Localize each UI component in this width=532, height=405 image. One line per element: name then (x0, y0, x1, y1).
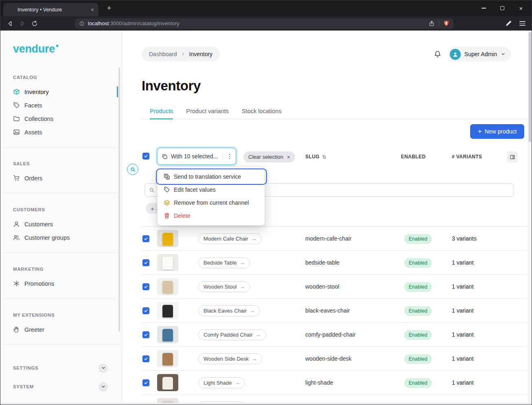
product-name-link[interactable]: Comfy Padded Chair→ (198, 329, 266, 340)
reload-icon (31, 20, 38, 27)
product-name-link[interactable]: Bedside Table→ (198, 257, 250, 268)
product-slug: light-shade (305, 379, 333, 386)
window-close-button[interactable]: × (512, 0, 530, 16)
sidebar-item-label: Customer groups (24, 234, 70, 241)
product-name: Wooden Stool (204, 284, 236, 290)
tab-stock-locations[interactable]: Stock locations (242, 103, 282, 119)
close-icon[interactable]: × (287, 154, 290, 160)
logo-text: vendure (13, 43, 55, 55)
notifications-bell-icon[interactable] (434, 50, 441, 58)
pencil-icon[interactable] (505, 20, 512, 27)
table-row: Comfy Padded Chair→ comfy-padded-chair E… (142, 323, 527, 347)
product-name-link[interactable]: Wooden Stool→ (198, 281, 250, 292)
product-image (157, 278, 178, 295)
browser-tab[interactable]: Inventory • Vendure × (3, 3, 99, 16)
browser-menu-icon[interactable] (519, 21, 525, 26)
window-minimize-button[interactable] (474, 0, 493, 16)
sparkle-icon (13, 280, 20, 287)
row-checkbox[interactable] (142, 355, 149, 362)
maximize-icon (500, 6, 504, 10)
nav-section-catalog: CATALOG Inventory Facets Collections (0, 75, 122, 147)
status-badge: Enabled (404, 378, 432, 388)
forward-icon (19, 20, 26, 27)
product-image-shape (162, 281, 173, 293)
column-header-slug[interactable]: SLUG (305, 154, 327, 160)
sidebar-item-orders[interactable]: Orders (0, 171, 122, 185)
row-checkbox[interactable] (142, 259, 149, 266)
row-checkbox[interactable] (142, 331, 149, 338)
sidebar-item-inventory[interactable]: Inventory (0, 85, 122, 99)
kebab-menu-icon[interactable]: ⋮ (226, 153, 233, 160)
sidebar-item-label: Inventory (24, 89, 49, 95)
menu-item-remove-from-channel[interactable]: Remove from current channel (160, 197, 262, 209)
plus-icon: + (151, 205, 154, 212)
tab-products[interactable]: Products (150, 103, 173, 119)
menu-item-send-to-translation[interactable]: Send to translation service (160, 171, 262, 183)
users-icon (13, 234, 20, 241)
menu-item-label: Edit facet values (174, 186, 216, 193)
tab-close-icon[interactable]: × (90, 7, 95, 13)
product-name-link[interactable]: Wooden Side Desk→ (198, 353, 262, 364)
sidebar-item-greeter[interactable]: Greeter (0, 323, 122, 336)
product-image-shape (162, 329, 173, 342)
status-badge: Enabled (404, 258, 432, 268)
browser-reload-button[interactable] (28, 18, 41, 29)
tab-title: Inventory • Vendure (18, 7, 86, 13)
browser-toolbar: localhost:3000/admin/catalog/inventory (0, 16, 532, 31)
sidebar-section-settings[interactable]: SETTINGS (0, 359, 122, 377)
share-icon[interactable] (429, 20, 435, 26)
sidebar-scrollbar[interactable] (118, 67, 120, 332)
column-settings-button[interactable] (507, 151, 518, 162)
window-maximize-button[interactable] (493, 0, 512, 16)
site-info-icon[interactable] (79, 21, 85, 26)
select-all-checkbox[interactable] (142, 153, 149, 160)
user-icon (13, 221, 20, 228)
chevron-down-icon[interactable] (99, 363, 108, 373)
menu-item-edit-facet-values[interactable]: Edit facet values (160, 184, 262, 196)
new-tab-button[interactable]: + (104, 3, 114, 13)
chevron-down-icon[interactable] (99, 382, 108, 392)
sort-icon[interactable] (322, 154, 327, 160)
table-row: Wooden Side Desk→ wooden-side-desk Enabl… (142, 347, 527, 371)
product-name-link[interactable]: Modern Cafe Chair→ (198, 233, 262, 244)
product-name-link[interactable]: Light Shade→ (198, 377, 245, 388)
clear-selection-button[interactable]: Clear selection × (243, 151, 295, 162)
cart-icon (13, 175, 20, 182)
row-checkbox[interactable] (142, 307, 149, 314)
product-slug: wooden-stool (305, 283, 339, 290)
product-image (157, 302, 178, 319)
menu-item-delete[interactable]: Delete (160, 210, 262, 222)
search-button[interactable] (127, 164, 138, 175)
user-menu[interactable]: Super Admin (448, 47, 511, 61)
product-name: Black Eaves Chair (204, 308, 247, 314)
browser-back-button[interactable] (4, 18, 16, 29)
scrollbar-thumb[interactable] (529, 32, 531, 142)
browser-forward-button[interactable] (16, 18, 28, 29)
breadcrumb-dashboard[interactable]: Dashboard (149, 51, 177, 57)
sidebar-section-system[interactable]: SYSTEM (0, 377, 122, 396)
sidebar-item-promotions[interactable]: Promotions (0, 277, 122, 290)
column-header-variants: # VARIANTS (452, 154, 482, 160)
with-selected-button[interactable]: With 10 selected... ⋮ (157, 147, 236, 165)
sidebar-item-customers[interactable]: Customers (0, 217, 122, 231)
page-scrollbar[interactable] (528, 31, 532, 405)
sidebar-item-label: Collections (24, 116, 53, 122)
row-checkbox[interactable] (142, 283, 149, 290)
arrow-right-icon: → (250, 308, 255, 314)
sidebar-item-assets[interactable]: Assets (0, 125, 122, 139)
sidebar-item-facets[interactable]: Facets (0, 99, 122, 112)
image-icon (13, 129, 20, 136)
sidebar-item-customer-groups[interactable]: Customer groups (0, 231, 122, 244)
row-checkbox[interactable] (142, 235, 149, 242)
with-selected-label: With 10 selected... (171, 153, 218, 160)
new-product-button[interactable]: + New product (470, 124, 524, 139)
brave-shield-icon[interactable] (443, 20, 449, 26)
product-image (157, 374, 178, 391)
row-checkbox[interactable] (142, 379, 149, 386)
product-name-link[interactable]: Black Eaves Chair→ (198, 305, 260, 316)
tab-product-variants[interactable]: Product variants (186, 103, 229, 119)
sidebar-item-collections[interactable]: Collections (0, 112, 122, 125)
arrow-right-icon: → (239, 260, 245, 266)
url-bar[interactable]: localhost:3000/admin/catalog/inventory (75, 18, 453, 29)
status-badge: Enabled (404, 234, 432, 244)
